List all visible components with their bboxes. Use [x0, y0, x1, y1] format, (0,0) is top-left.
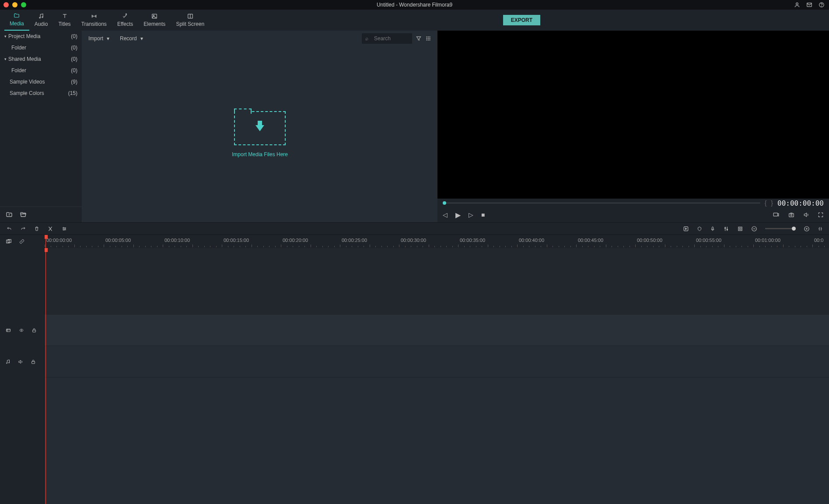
- audio-track[interactable]: [45, 346, 829, 378]
- preview-panel: { } 00:00:00:00 ◁ ▶ ▷ ■: [437, 31, 829, 222]
- undo-icon[interactable]: [6, 226, 12, 231]
- sidebar-item-sample-videos[interactable]: Sample Videos (9): [0, 76, 82, 88]
- zoom-out-icon[interactable]: [751, 226, 757, 232]
- track-menu-icon[interactable]: [5, 238, 12, 245]
- chevron-down-icon: ▾: [4, 57, 7, 61]
- minimize-window-button[interactable]: [12, 2, 17, 7]
- zoom-slider[interactable]: [765, 228, 796, 229]
- import-dropzone[interactable]: Import Media Files Here: [82, 46, 437, 222]
- timeline-ruler[interactable]: 00:00:00:0000:00:05:0000:00:10:0000:00:1…: [45, 235, 829, 248]
- tab-audio[interactable]: Audio: [29, 10, 53, 31]
- audio-mixer-icon[interactable]: [723, 226, 729, 232]
- eye-icon[interactable]: [18, 328, 24, 332]
- marker-icon[interactable]: [697, 226, 702, 232]
- redo-icon[interactable]: [20, 226, 26, 231]
- mail-icon[interactable]: [806, 2, 812, 8]
- step-forward-icon[interactable]: ▷: [469, 211, 473, 218]
- ruler-mark: 00:0: [814, 238, 823, 243]
- svg-point-37: [9, 362, 10, 363]
- tab-elements[interactable]: Elements: [138, 10, 171, 31]
- svg-rect-38: [32, 362, 35, 364]
- window-controls: [3, 2, 26, 7]
- playhead-ruler[interactable]: [45, 235, 46, 504]
- svg-point-20: [791, 214, 792, 216]
- speaker-icon[interactable]: [17, 359, 24, 364]
- render-icon[interactable]: [683, 226, 689, 232]
- user-icon[interactable]: [794, 2, 800, 8]
- step-back-icon[interactable]: ◁: [443, 211, 448, 218]
- zoom-handle[interactable]: [792, 227, 796, 231]
- ruler-mark: 00:01:00:00: [755, 238, 780, 243]
- delete-icon[interactable]: [34, 226, 39, 232]
- svg-point-13: [428, 38, 429, 39]
- svg-point-36: [7, 363, 7, 364]
- split-icon[interactable]: [47, 226, 53, 232]
- mark-in-icon[interactable]: {: [765, 200, 767, 206]
- ruler-mark: 00:00:45:00: [578, 238, 603, 243]
- svg-point-21: [63, 227, 64, 228]
- audio-track-header[interactable]: [0, 346, 45, 378]
- ruler-mark: 00:00:25:00: [342, 238, 367, 243]
- ruler-mark: 00:00:55:00: [696, 238, 721, 243]
- tab-label: Effects: [117, 21, 133, 27]
- sidebar-item-folder[interactable]: Folder (0): [0, 42, 82, 53]
- video-track[interactable]: [45, 315, 829, 346]
- zoom-in-icon[interactable]: [804, 226, 810, 232]
- fullscreen-icon[interactable]: [818, 212, 824, 218]
- link-icon[interactable]: [18, 239, 25, 244]
- svg-rect-35: [33, 330, 36, 332]
- image-icon: [151, 13, 157, 20]
- export-button[interactable]: EXPORT: [503, 15, 540, 25]
- svg-point-16: [428, 39, 429, 40]
- tab-splitscreen[interactable]: Split Screen: [171, 10, 210, 31]
- video-track-header[interactable]: [0, 315, 45, 346]
- ruler-mark: 00:00:00:00: [46, 238, 72, 243]
- new-folder-icon[interactable]: [5, 211, 13, 218]
- tab-titles[interactable]: Titles: [53, 10, 76, 31]
- lock-icon[interactable]: [31, 359, 36, 365]
- svg-point-5: [42, 17, 43, 18]
- preview-canvas[interactable]: [437, 31, 829, 199]
- snapshot-icon[interactable]: [788, 212, 795, 218]
- screen-record-icon[interactable]: [772, 212, 780, 218]
- sidebar-item-shared-media[interactable]: ▾Shared Media (0): [0, 53, 82, 65]
- tab-transitions[interactable]: Transitions: [76, 10, 112, 31]
- svg-rect-33: [7, 329, 10, 332]
- lock-icon[interactable]: [31, 327, 37, 333]
- search-input[interactable]: [362, 33, 412, 44]
- mark-out-icon[interactable]: }: [771, 200, 773, 206]
- sidebar-item-project-media[interactable]: ▾Project Media (0): [0, 31, 82, 42]
- help-icon[interactable]: [819, 2, 825, 8]
- import-dropdown[interactable]: Import ▾: [88, 35, 109, 42]
- open-folder-icon[interactable]: [19, 211, 27, 218]
- filter-icon[interactable]: [416, 35, 422, 42]
- dropzone-label: Import Media Files Here: [232, 151, 288, 158]
- maximize-window-button[interactable]: [21, 2, 26, 7]
- crop-icon[interactable]: [737, 226, 743, 232]
- timeline: 00:00:00:0000:00:05:0000:00:10:0000:00:1…: [0, 234, 829, 504]
- stop-icon[interactable]: ■: [481, 211, 485, 218]
- timeline-tracks[interactable]: 00:00:00:0000:00:05:0000:00:10:0000:00:1…: [45, 235, 829, 504]
- record-dropdown[interactable]: Record ▾: [120, 35, 143, 42]
- tab-media[interactable]: Media: [4, 10, 29, 31]
- title-right-icons: [794, 2, 825, 8]
- close-window-button[interactable]: [3, 2, 9, 7]
- settings-icon[interactable]: [61, 226, 67, 231]
- volume-icon[interactable]: [803, 212, 810, 218]
- wand-icon: [122, 13, 128, 20]
- grid-view-icon[interactable]: [425, 35, 431, 42]
- scrub-handle[interactable]: [443, 201, 446, 205]
- sidebar-item-folder[interactable]: Folder (0): [0, 65, 82, 76]
- split-icon: [187, 13, 193, 20]
- zoom-fit-icon[interactable]: [818, 226, 823, 232]
- ruler-mark: 00:00:10:00: [164, 238, 190, 243]
- tab-effects[interactable]: Effects: [112, 10, 138, 31]
- voiceover-icon[interactable]: [710, 226, 715, 232]
- play-icon[interactable]: ▶: [455, 211, 461, 219]
- svg-point-11: [429, 36, 430, 37]
- ruler-mark: 00:00:30:00: [401, 238, 426, 243]
- sidebar-item-sample-colors[interactable]: Sample Colors (15): [0, 88, 82, 99]
- scrub-track[interactable]: [443, 203, 760, 203]
- top-tabs: Media Audio Titles Transitions Effects E…: [0, 10, 829, 31]
- svg-point-22: [65, 228, 66, 229]
